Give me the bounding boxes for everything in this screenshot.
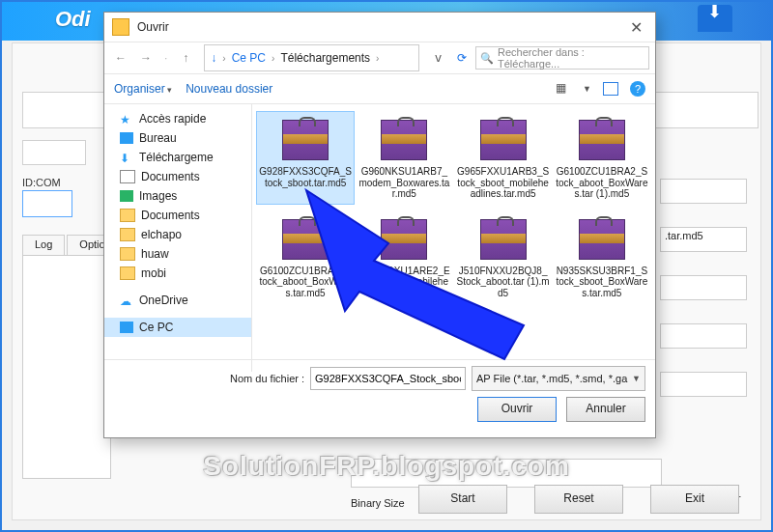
file-item[interactable]: G965FXXU1ARB3_Stock_sboot_mobileheadline…: [454, 111, 553, 205]
exit-button[interactable]: Exit: [650, 485, 739, 514]
view-icon[interactable]: ▦: [556, 81, 571, 97]
file-name: J400GDXU1ARE2_ENG_sboot_mobileheadlines.…: [358, 266, 450, 299]
file-name: G6100ZCU1BRA2_Stock_aboot_BoxWares.tar.m…: [259, 266, 352, 299]
dialog-navbar: ← → · ↑ ↓ › Ce PC › Téléchargements › ⅴ …: [104, 42, 655, 74]
new-folder-button[interactable]: Nouveau dossier: [186, 82, 272, 96]
search-icon: 🔍: [480, 52, 494, 65]
folder-tree: ★Accès rapide Bureau⬇TéléchargemeDocumen…: [104, 103, 252, 372]
odin-log-area: [22, 255, 111, 479]
archive-icon: [381, 120, 427, 160]
archive-icon: [579, 219, 625, 260]
dialog-title: Ouvrir: [137, 20, 616, 34]
tree-item[interactable]: mobi: [104, 264, 251, 283]
odin-field[interactable]: [660, 323, 747, 349]
dialog-footer: Nom du fichier : AP File (*.tar, *.md5, …: [104, 359, 655, 437]
nav-up-icon[interactable]: ↑: [175, 47, 196, 69]
chevron-down-icon[interactable]: ▼: [583, 84, 591, 94]
cloud-icon: ☁: [120, 294, 133, 306]
start-button[interactable]: Start: [418, 485, 507, 514]
file-name: J510FNXXU2BQJ8_Stock_aboot.tar (1).md5: [457, 266, 550, 299]
archive-icon: [282, 219, 329, 260]
fold-icon: [120, 228, 135, 241]
fold-icon: [120, 247, 135, 261]
file-name: G960NKSU1ARB7_modem_Boxwares.tar.md5: [358, 166, 450, 200]
nav-back-icon[interactable]: ←: [110, 47, 131, 69]
pc-icon: [120, 322, 133, 333]
downarrow-icon: ↓: [211, 51, 216, 65]
archive-icon: [480, 120, 527, 160]
file-item[interactable]: G6100ZCU1BRA2_Stock_aboot_BoxWares.tar.m…: [256, 210, 355, 304]
nav-forward-icon[interactable]: →: [135, 47, 157, 69]
star-icon: ★: [120, 113, 133, 125]
file-open-dialog: Ouvrir ✕ ← → · ↑ ↓ › Ce PC › Téléchargem…: [103, 12, 656, 438]
fold-icon: [120, 209, 135, 222]
odin-field[interactable]: .tar.md5: [660, 227, 747, 252]
tree-item[interactable]: elchapo: [104, 225, 251, 244]
tree-quick-access[interactable]: ★Accès rapide: [104, 109, 251, 128]
odin-field[interactable]: [660, 372, 747, 397]
file-item[interactable]: G6100ZCU1BRA2_Stock_aboot_BoxWares.tar (…: [553, 111, 651, 205]
filename-input[interactable]: [310, 367, 466, 390]
file-item[interactable]: G960NKSU1ARB7_modem_Boxwares.tar.md5: [355, 111, 453, 205]
refresh-icon[interactable]: ⟳: [452, 51, 472, 65]
tree-onedrive[interactable]: ☁OneDrive: [104, 291, 251, 310]
tree-item[interactable]: Bureau: [104, 128, 251, 148]
open-button[interactable]: Ouvrir: [477, 397, 557, 422]
odin-file-fields: .tar.md5: [660, 179, 747, 420]
search-input[interactable]: 🔍 Rechercher dans : Télécharge...: [475, 46, 649, 70]
fold-icon: [120, 266, 135, 280]
file-name: G6100ZCU1BRA2_Stock_aboot_BoxWares.tar (…: [556, 166, 648, 200]
idcom-label: ID:COM: [22, 177, 61, 188]
dialog-titlebar: Ouvrir ✕: [104, 13, 655, 42]
tree-this-pc[interactable]: Ce PC: [104, 318, 251, 337]
download-icon: [698, 5, 732, 32]
file-item[interactable]: G928FXXS3CQFA_Stock_sboot.tar.md5: [256, 111, 355, 205]
archive-icon: [480, 219, 527, 260]
tree-item[interactable]: huaw: [104, 244, 251, 264]
file-name: N935SKSU3BRF1_Stock_sboot_BoxWares.tar.m…: [556, 266, 648, 299]
watermark: SolutionFRP.blogspot.com: [2, 451, 771, 482]
file-name: G928FXXS3CQFA_Stock_sboot.tar.md5: [259, 166, 352, 188]
breadcrumb[interactable]: ↓ › Ce PC › Téléchargements ›: [204, 44, 419, 71]
img-icon: [120, 190, 133, 202]
doc-icon: [120, 170, 135, 183]
tree-item[interactable]: ⬇Téléchargeme: [104, 148, 251, 167]
reset-button[interactable]: Reset: [534, 485, 623, 514]
organize-button[interactable]: Organiser: [114, 82, 172, 96]
cancel-button[interactable]: Annuler: [566, 397, 645, 422]
dl-icon: ⬇: [120, 152, 133, 163]
chevron-down-icon[interactable]: ⅴ: [427, 47, 448, 69]
close-icon[interactable]: ✕: [616, 18, 655, 37]
tree-item[interactable]: Documents: [104, 167, 251, 186]
dialog-toolbar: Organiser Nouveau dossier ▦ ▼ ?: [104, 74, 655, 104]
tab-log[interactable]: Log: [22, 235, 65, 256]
desk-icon: [120, 132, 133, 144]
file-type-filter[interactable]: AP File (*.tar, *.md5, *.smd, *.ga▼: [472, 366, 645, 391]
archive-icon: [381, 219, 427, 260]
odin-field[interactable]: [660, 275, 747, 300]
file-item[interactable]: J510FNXXU2BQJ8_Stock_aboot.tar (1).md5: [454, 210, 553, 304]
odin-field[interactable]: [660, 179, 747, 204]
file-item[interactable]: N935SKSU3BRF1_Stock_sboot_BoxWares.tar.m…: [553, 210, 651, 304]
filename-label: Nom du fichier :: [230, 373, 304, 384]
archive-icon: [579, 120, 625, 160]
preview-pane-icon[interactable]: [603, 82, 618, 96]
help-icon[interactable]: ?: [630, 81, 645, 97]
binary-size-label: Binary Size: [351, 497, 405, 509]
folder-icon: [112, 18, 129, 36]
file-grid: G928FXXS3CQFA_Stock_sboot.tar.md5G960NKS…: [252, 103, 655, 372]
tree-item[interactable]: Documents: [104, 206, 251, 225]
odin-app-title: Odi: [55, 7, 91, 32]
file-name: G965FXXU1ARB3_Stock_sboot_mobileheadline…: [457, 166, 550, 200]
archive-icon: [282, 120, 329, 160]
tree-item[interactable]: Images: [104, 186, 251, 206]
file-item[interactable]: J400GDXU1ARE2_ENG_sboot_mobileheadlines.…: [355, 210, 453, 304]
